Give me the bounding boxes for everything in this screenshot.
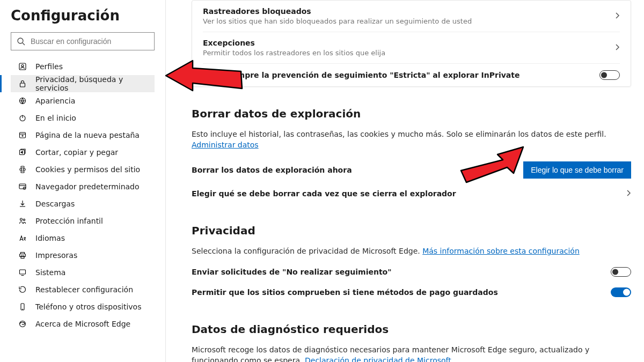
svg-point-3 xyxy=(21,65,24,67)
svg-rect-26 xyxy=(21,256,24,258)
svg-rect-15 xyxy=(24,169,26,171)
tracking-card: Rastreadores bloqueados Ver los sitios q… xyxy=(192,0,631,87)
chevron-right-icon xyxy=(614,43,620,53)
manage-data-link[interactable]: Administrar datos xyxy=(192,141,259,149)
sidebar-item-label: Privacidad, búsqueda y servicios xyxy=(35,75,155,92)
sidebar-item-label: Restablecer configuración xyxy=(35,285,133,294)
search-box[interactable] xyxy=(11,32,155,50)
strict-inprivate-row: Usar siempre la prevención de seguimient… xyxy=(203,63,620,86)
svg-rect-27 xyxy=(20,270,26,274)
row-subtitle: Ver los sitios que han sido bloqueados p… xyxy=(203,17,614,25)
row-title: Usar siempre la prevención de seguimient… xyxy=(203,71,599,79)
sidebar-item-languages[interactable]: Idiomas xyxy=(11,230,155,247)
main-content: Rastreadores bloqueados Ver los sitios q… xyxy=(166,0,644,362)
row-title: Excepciones xyxy=(203,39,614,47)
option-label: Elegir qué se debe borrar cada vez que s… xyxy=(192,189,626,198)
sidebar-item-label: Página de la nueva pestaña xyxy=(35,131,140,139)
sidebar-item-family[interactable]: Protección infantil xyxy=(11,212,155,230)
appearance-icon xyxy=(18,97,29,105)
svg-point-23 xyxy=(23,219,25,220)
sidebar-item-label: Teléfono y otros dispositivos xyxy=(35,302,141,311)
sidebar-item-clipboard[interactable]: Cortar, copiar y pegar xyxy=(11,144,155,161)
printer-icon xyxy=(18,251,29,260)
power-icon xyxy=(18,114,29,122)
system-icon xyxy=(18,268,29,277)
option-label: Borrar los datos de exploración ahora xyxy=(192,166,523,174)
payment-check-toggle[interactable] xyxy=(611,287,631,297)
sidebar-item-devices[interactable]: Teléfono y otros dispositivos xyxy=(11,298,155,315)
share-icon xyxy=(18,148,29,157)
clear-browsing-data-section: Borrar datos de exploración Esto incluye… xyxy=(192,107,631,204)
phone-icon xyxy=(18,302,29,311)
sidebar-item-label: En el inicio xyxy=(35,114,76,122)
sidebar-item-label: Acerca de Microsoft Edge xyxy=(35,320,130,328)
sidebar-item-label: Navegador predeterminado xyxy=(35,182,140,191)
sidebar-item-label: Descargas xyxy=(35,200,75,208)
clear-now-row: Borrar los datos de exploración ahora El… xyxy=(192,151,631,184)
sidebar-item-about[interactable]: Acerca de Microsoft Edge xyxy=(11,315,155,333)
sidebar-item-label: Apariencia xyxy=(35,97,75,105)
payment-check-row: Permitir que los sitios comprueben si ti… xyxy=(192,282,631,302)
svg-point-0 xyxy=(18,38,23,43)
svg-rect-4 xyxy=(20,83,25,87)
privacy-section: Privacidad Selecciona la configuración d… xyxy=(192,224,631,302)
newtab-icon xyxy=(18,131,29,139)
chevron-right-icon xyxy=(614,11,620,21)
svg-rect-13 xyxy=(21,166,24,168)
sidebar-item-newtab[interactable]: Página de la nueva pestaña xyxy=(11,127,155,144)
sidebar-item-label: Cookies y permisos del sitio xyxy=(35,165,140,174)
option-label: Permitir que los sitios comprueben si ti… xyxy=(192,288,611,297)
page-title: Configuración xyxy=(11,8,155,24)
section-description: Esto incluye el historial, las contraseñ… xyxy=(192,129,631,151)
sidebar-item-profiles[interactable]: Perfiles xyxy=(11,58,155,75)
svg-point-22 xyxy=(20,218,23,220)
sidebar-item-system[interactable]: Sistema xyxy=(11,264,155,281)
sidebar-item-default-browser[interactable]: Navegador predeterminado xyxy=(11,178,155,195)
search-input[interactable] xyxy=(31,37,149,46)
sidebar-item-label: Protección infantil xyxy=(35,217,103,225)
sidebar-item-startup[interactable]: En el inicio xyxy=(11,109,155,127)
sidebar-item-label: Cortar, copiar y pegar xyxy=(35,148,118,157)
option-label: Enviar solicitudes de "No realizar segui… xyxy=(192,268,611,276)
svg-rect-16 xyxy=(21,171,24,173)
sidebar-item-privacy[interactable]: Privacidad, búsqueda y servicios xyxy=(11,75,155,92)
choose-what-to-clear-button[interactable]: Elegir lo que se debe borrar xyxy=(523,161,631,179)
row-subtitle: Permitir todos los rastreadores en los s… xyxy=(203,49,614,57)
sidebar-item-appearance[interactable]: Apariencia xyxy=(11,92,155,109)
diagnostics-section: Datos de diagnóstico requeridos Microsof… xyxy=(192,323,631,362)
chevron-right-icon xyxy=(626,189,631,198)
section-description: Microsoft recoge los datos de diagnóstic… xyxy=(192,344,631,362)
permissions-icon xyxy=(18,165,29,174)
exceptions-row[interactable]: Excepciones Permitir todos los rastreado… xyxy=(203,32,620,63)
svg-line-1 xyxy=(23,43,25,45)
section-description: Selecciona la configuración de privacida… xyxy=(192,246,631,256)
language-icon xyxy=(18,234,29,242)
sidebar-item-label: Idiomas xyxy=(35,234,65,242)
row-title: Rastreadores bloqueados xyxy=(203,7,614,16)
sidebar-item-reset[interactable]: Restablecer configuración xyxy=(11,281,155,298)
privacy-learn-more-link[interactable]: Más información sobre esta configuración xyxy=(422,247,580,255)
section-heading: Datos de diagnóstico requeridos xyxy=(192,323,631,336)
sidebar-item-cookies[interactable]: Cookies y permisos del sitio xyxy=(11,161,155,178)
privacy-statement-link[interactable]: Declaración de privacidad de Microsoft xyxy=(305,356,451,362)
sidebar-item-label: Perfiles xyxy=(35,62,63,71)
profile-icon xyxy=(18,62,29,71)
sidebar-item-label: Impresoras xyxy=(35,251,77,260)
trackers-blocked-row[interactable]: Rastreadores bloqueados Ver los sitios q… xyxy=(203,1,620,32)
download-icon xyxy=(18,200,29,208)
sidebar-item-label: Sistema xyxy=(35,268,65,277)
browser-icon xyxy=(18,182,29,191)
family-icon xyxy=(18,217,29,225)
sidebar-nav: Perfiles Privacidad, búsqueda y servicio… xyxy=(11,58,155,333)
section-heading: Privacidad xyxy=(192,224,631,237)
do-not-track-toggle[interactable] xyxy=(611,267,631,277)
clear-on-close-row[interactable]: Elegir qué se debe borrar cada vez que s… xyxy=(192,184,631,204)
edge-icon xyxy=(18,320,29,328)
strict-inprivate-toggle[interactable] xyxy=(599,70,620,80)
sidebar-item-downloads[interactable]: Descargas xyxy=(11,195,155,212)
do-not-track-row: Enviar solicitudes de "No realizar segui… xyxy=(192,256,631,282)
search-icon xyxy=(17,37,25,46)
sidebar: Configuración Perfiles Privacidad, búsqu… xyxy=(0,0,166,362)
svg-rect-14 xyxy=(20,169,22,171)
sidebar-item-printers[interactable]: Impresoras xyxy=(11,247,155,264)
